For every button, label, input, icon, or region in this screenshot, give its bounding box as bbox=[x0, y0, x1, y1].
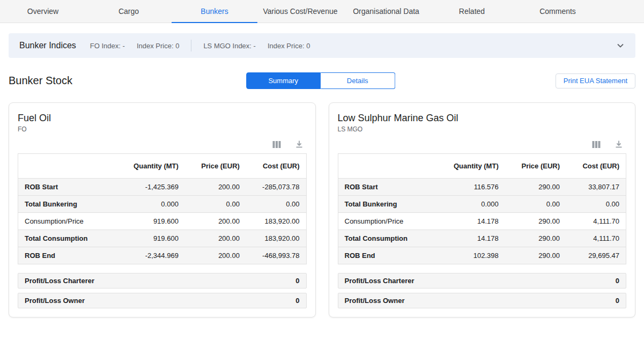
col-header-cost: Cost (EUR) bbox=[246, 154, 306, 179]
row-label: Total Bunkering bbox=[338, 196, 436, 213]
download-icon[interactable] bbox=[615, 140, 623, 149]
tab-overview[interactable]: Overview bbox=[0, 0, 86, 23]
profit-label: Profit/Loss Charterer bbox=[25, 277, 94, 285]
cell-price: 290.00 bbox=[505, 179, 566, 196]
col-header-quantity: Quantity (MT) bbox=[436, 154, 505, 179]
col-header-price: Price (EUR) bbox=[505, 154, 566, 179]
table-row-consumption-price: Consumption/Price 919.600 200.00 183,920… bbox=[18, 213, 307, 230]
summary-details-toggle: Summary Details bbox=[246, 72, 395, 89]
cell-price: 0.00 bbox=[505, 196, 566, 213]
cell-quantity: 14.178 bbox=[436, 230, 505, 247]
ls-mgo-index-price-value: Index Price: 0 bbox=[268, 42, 310, 50]
tab-organisational-data[interactable]: Organisational Data bbox=[343, 0, 429, 23]
cell-price: 200.00 bbox=[185, 179, 246, 196]
cell-quantity: 14.178 bbox=[436, 213, 505, 230]
card-subtitle: LS MGO bbox=[338, 125, 627, 133]
page-title: Bunker Stock bbox=[9, 75, 72, 87]
profit-label: Profit/Loss Owner bbox=[25, 297, 85, 305]
download-icon[interactable] bbox=[295, 140, 304, 149]
row-label: Consumption/Price bbox=[18, 213, 116, 230]
table-row-consumption-price: Consumption/Price 14.178 290.00 4,111.70 bbox=[338, 213, 626, 230]
cell-quantity: 116.576 bbox=[436, 179, 505, 196]
cell-price: 200.00 bbox=[185, 247, 246, 264]
tab-comments[interactable]: Comments bbox=[515, 0, 601, 23]
cell-quantity: -2,344.969 bbox=[116, 247, 185, 264]
chevron-down-icon[interactable] bbox=[616, 41, 625, 50]
table-header-row: Quantity (MT) Price (EUR) Cost (EUR) bbox=[338, 154, 626, 179]
cell-price: 200.00 bbox=[185, 213, 246, 230]
profit-label: Profit/Loss Owner bbox=[345, 297, 405, 305]
ls-mgo-card: Low Sulphur Marine Gas Oil LS MGO Quanti… bbox=[329, 102, 636, 317]
card-title: Low Sulphur Marine Gas Oil bbox=[338, 113, 627, 124]
row-label: Total Consumption bbox=[338, 230, 436, 247]
ls-mgo-index-value: LS MGO Index: - bbox=[203, 42, 256, 50]
fuel-oil-card: Fuel Oil FO Quantity (MT) Price (EUR) Co… bbox=[9, 102, 316, 317]
table-header-row: Quantity (MT) Price (EUR) Cost (EUR) bbox=[18, 154, 307, 179]
cell-cost: 4,111.70 bbox=[566, 213, 626, 230]
table-row-total-bunkering: Total Bunkering 0.000 0.00 0.00 bbox=[338, 196, 626, 213]
profit-value: 0 bbox=[616, 297, 619, 305]
col-header-blank bbox=[338, 154, 436, 179]
row-label: Total Bunkering bbox=[18, 196, 116, 213]
fo-index-price-value: Index Price: 0 bbox=[137, 42, 180, 50]
tab-related[interactable]: Related bbox=[429, 0, 515, 23]
profit-value: 0 bbox=[616, 277, 619, 285]
card-subtitle: FO bbox=[18, 125, 307, 133]
profit-value: 0 bbox=[295, 297, 299, 305]
table-row-total-consumption: Total Consumption 14.178 290.00 4,111.70 bbox=[338, 230, 626, 247]
cell-price: 290.00 bbox=[505, 213, 566, 230]
table-row-rob-end: ROB End 102.398 290.00 29,695.47 bbox=[338, 247, 626, 264]
cell-price: 290.00 bbox=[505, 247, 566, 264]
table-row-rob-end: ROB End -2,344.969 200.00 -468,993.78 bbox=[18, 247, 307, 264]
columns-icon[interactable] bbox=[592, 141, 601, 149]
row-label: ROB Start bbox=[338, 179, 436, 196]
cell-cost: 4,111.70 bbox=[566, 230, 626, 247]
row-label: ROB Start bbox=[18, 179, 116, 196]
profit-value: 0 bbox=[295, 277, 299, 285]
cell-quantity: 0.000 bbox=[116, 196, 185, 213]
cell-price: 200.00 bbox=[185, 230, 246, 247]
cell-cost: 29,695.47 bbox=[566, 247, 626, 264]
col-header-price: Price (EUR) bbox=[185, 154, 246, 179]
col-header-quantity: Quantity (MT) bbox=[116, 154, 185, 179]
cell-quantity: -1,425.369 bbox=[116, 179, 185, 196]
cell-quantity: 102.398 bbox=[436, 247, 505, 264]
fo-index-value: FO Index: - bbox=[90, 42, 125, 50]
cell-cost: -285,073.78 bbox=[246, 179, 306, 196]
cell-quantity: 919.600 bbox=[116, 230, 185, 247]
ls-mgo-table: Quantity (MT) Price (EUR) Cost (EUR) ROB… bbox=[338, 153, 627, 264]
table-row-rob-start: ROB Start -1,425.369 200.00 -285,073.78 bbox=[18, 179, 307, 196]
col-header-blank bbox=[18, 154, 116, 179]
print-eua-statement-button[interactable]: Print EUA Statement bbox=[556, 73, 635, 88]
table-row-total-bunkering: Total Bunkering 0.000 0.00 0.00 bbox=[18, 196, 307, 213]
tab-bar: Overview Cargo Bunkers Various Cost/Reve… bbox=[0, 0, 644, 23]
tab-various-cost-revenue[interactable]: Various Cost/Revenue bbox=[257, 0, 343, 23]
cell-cost: 0.00 bbox=[566, 196, 626, 213]
table-row-rob-start: ROB Start 116.576 290.00 33,807.17 bbox=[338, 179, 626, 196]
profit-loss-charterer-row: Profit/Loss Charterer 0 bbox=[338, 273, 627, 289]
bunker-stock-header: Bunker Stock Summary Details Print EUA S… bbox=[9, 72, 635, 89]
bunker-indices-title: Bunker Indices bbox=[19, 41, 76, 50]
cell-quantity: 0.000 bbox=[436, 196, 505, 213]
row-label: ROB End bbox=[18, 247, 116, 264]
cell-cost: -468,993.78 bbox=[246, 247, 306, 264]
fuel-oil-table: Quantity (MT) Price (EUR) Cost (EUR) ROB… bbox=[18, 153, 307, 264]
table-row-total-consumption: Total Consumption 919.600 200.00 183,920… bbox=[18, 230, 307, 247]
profit-label: Profit/Loss Charterer bbox=[345, 277, 414, 285]
columns-icon[interactable] bbox=[272, 141, 281, 149]
profit-loss-charterer-row: Profit/Loss Charterer 0 bbox=[18, 273, 307, 289]
vertical-divider bbox=[191, 40, 191, 51]
cell-price: 290.00 bbox=[505, 230, 566, 247]
profit-loss-owner-row: Profit/Loss Owner 0 bbox=[338, 293, 627, 308]
cell-cost: 0.00 bbox=[246, 196, 306, 213]
details-toggle-button[interactable]: Details bbox=[321, 72, 395, 89]
cell-cost: 183,920.00 bbox=[246, 213, 306, 230]
cell-cost: 33,807.17 bbox=[566, 179, 626, 196]
row-label: Consumption/Price bbox=[338, 213, 436, 230]
tab-cargo[interactable]: Cargo bbox=[86, 0, 172, 23]
cell-price: 0.00 bbox=[185, 196, 246, 213]
bunker-indices-bar: Bunker Indices FO Index: - Index Price: … bbox=[9, 33, 635, 58]
col-header-cost: Cost (EUR) bbox=[566, 154, 626, 179]
tab-bunkers[interactable]: Bunkers bbox=[172, 0, 257, 23]
summary-toggle-button[interactable]: Summary bbox=[246, 72, 321, 89]
